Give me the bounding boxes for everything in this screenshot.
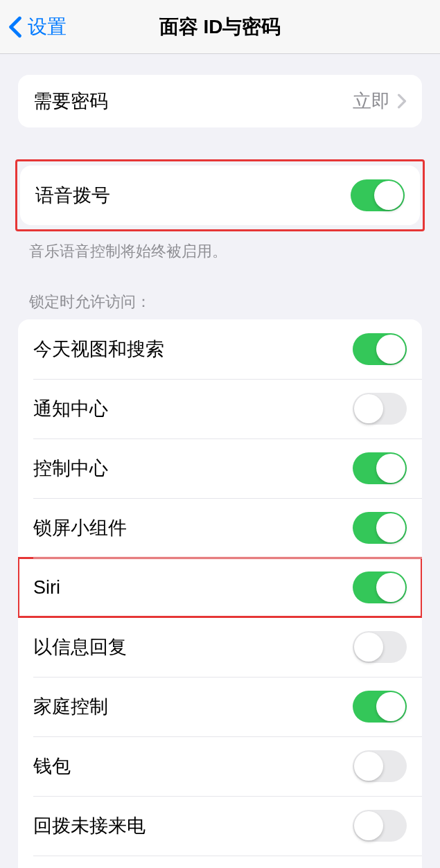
lock-access-label: 控制中心	[33, 456, 108, 481]
require-passcode-row[interactable]: 需要密码 立即	[18, 75, 422, 127]
lock-access-row: 通知中心	[18, 379, 422, 439]
toggle-knob	[354, 632, 383, 662]
require-passcode-group: 需要密码 立即	[18, 75, 422, 127]
lock-access-toggle[interactable]	[353, 512, 407, 544]
require-passcode-value-wrap: 立即	[353, 89, 407, 114]
lock-access-row: 回拨未接来电	[18, 796, 422, 856]
voice-dial-footer: 音乐语音控制将始终被启用。	[0, 231, 440, 263]
chevron-right-icon	[397, 94, 407, 109]
toggle-knob	[354, 394, 383, 423]
toggle-knob	[376, 335, 405, 364]
lock-access-label: 家庭控制	[33, 694, 108, 719]
lock-access-row: 以信息回复	[18, 617, 422, 677]
toggle-knob	[376, 692, 405, 721]
lock-access-label: Siri	[33, 577, 60, 599]
lock-access-toggle[interactable]	[353, 393, 407, 425]
require-passcode-label: 需要密码	[33, 89, 108, 114]
lock-access-toggle[interactable]	[353, 631, 407, 663]
back-label: 设置	[28, 14, 67, 40]
lock-access-label: 通知中心	[33, 396, 108, 421]
lock-access-label: 今天视图和搜索	[33, 337, 164, 362]
voice-dial-highlight: 语音拨号	[15, 159, 425, 231]
lock-access-row: 锁屏小组件	[18, 498, 422, 558]
lock-access-group: 今天视图和搜索通知中心控制中心锁屏小组件Siri以信息回复家庭控制钱包回拨未接来…	[18, 319, 422, 868]
lock-access-toggle[interactable]	[353, 691, 407, 723]
lock-access-row: 控制中心	[18, 439, 422, 498]
lock-access-toggle[interactable]	[353, 572, 407, 603]
require-passcode-value: 立即	[353, 89, 390, 114]
nav-header: 设置 面容 ID与密码	[0, 0, 440, 54]
voice-dial-label: 语音拨号	[35, 183, 110, 208]
toggle-knob	[374, 181, 403, 210]
lock-access-header: 锁定时允许访问：	[0, 292, 440, 319]
lock-access-label: 锁屏小组件	[33, 515, 127, 540]
lock-access-toggle[interactable]	[353, 333, 407, 365]
lock-access-toggle[interactable]	[353, 810, 407, 842]
toggle-knob	[354, 811, 383, 840]
content: 需要密码 立即 语音拨号 音乐语音控制将始终被启用。 锁定时允许访问： 今天视图…	[0, 54, 440, 868]
page-title: 面容 ID与密码	[159, 14, 281, 40]
voice-dial-group: 语音拨号	[20, 166, 420, 225]
toggle-knob	[376, 454, 405, 483]
voice-dial-toggle[interactable]	[351, 179, 405, 211]
chevron-left-icon	[8, 16, 22, 38]
lock-access-toggle[interactable]	[353, 750, 407, 782]
back-button[interactable]: 设置	[0, 14, 67, 40]
lock-access-row: Siri	[18, 558, 422, 617]
lock-access-label: 以信息回复	[33, 635, 127, 659]
toggle-knob	[376, 573, 405, 602]
lock-access-row: USB配件	[18, 856, 422, 868]
toggle-knob	[354, 752, 383, 781]
lock-access-row: 钱包	[18, 736, 422, 796]
lock-access-label: 回拨未接来电	[33, 813, 146, 838]
lock-access-toggle[interactable]	[353, 452, 407, 484]
toggle-knob	[376, 513, 405, 542]
voice-dial-row: 语音拨号	[20, 166, 420, 225]
lock-access-row: 家庭控制	[18, 677, 422, 736]
lock-access-row: 今天视图和搜索	[18, 319, 422, 379]
lock-access-label: 钱包	[33, 754, 71, 779]
